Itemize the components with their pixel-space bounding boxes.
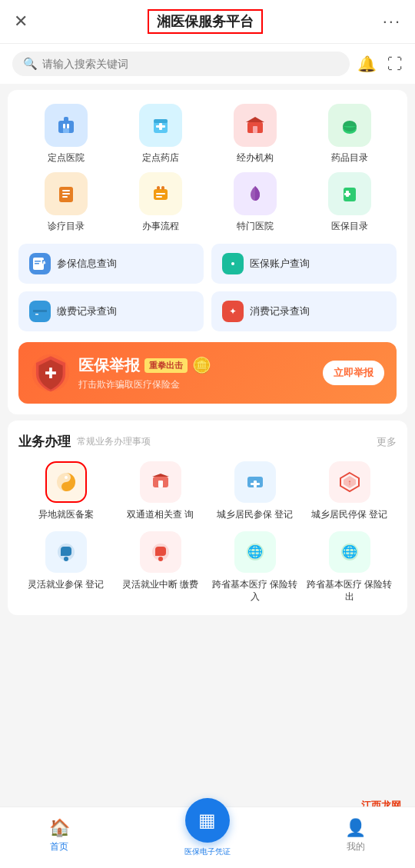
main-content-card: 定点医院 定点药店 经办机构 药品目录 诊疗目录 办事流程 — [8, 90, 407, 414]
business-label: 跨省基本医疗 保险转入 — [208, 578, 302, 603]
icon-grid-item[interactable]: 特门医院 — [208, 172, 302, 233]
svg-text:🌐: 🌐 — [342, 544, 357, 559]
svg-marker-46 — [152, 474, 169, 477]
svg-rect-11 — [253, 126, 257, 133]
business-icon — [45, 461, 87, 503]
business-label: 双通道相关查 询 — [127, 508, 194, 520]
svg-point-57 — [158, 557, 163, 561]
quick-btn-icon: ✦ — [222, 301, 244, 322]
svg-rect-28 — [35, 263, 39, 264]
icon-grid-item[interactable]: 医保目录 — [302, 172, 397, 233]
home-label: 首页 — [50, 840, 68, 853]
icon-circle — [45, 104, 88, 147]
icon-grid-item[interactable]: 定点医院 — [18, 104, 113, 165]
quick-access-btn[interactable]: 医保账户查询 — [211, 244, 397, 284]
qr-label: 医保电子凭证 — [184, 846, 231, 857]
svg-rect-3 — [67, 124, 69, 128]
business-item[interactable]: 双通道相关查 询 — [113, 461, 208, 520]
svg-text:✚: ✚ — [45, 365, 57, 381]
qr-button[interactable]: ▦ — [185, 798, 230, 843]
shield-icon: ✚ — [31, 353, 71, 393]
business-icon — [234, 461, 276, 503]
business-item[interactable]: 异地就医备案 — [18, 461, 113, 520]
profile-label: 我的 — [347, 840, 365, 853]
close-icon[interactable]: ✕ — [14, 12, 28, 32]
home-icon: 🏠 — [49, 818, 70, 838]
search-input[interactable] — [42, 58, 339, 70]
icon-circle — [139, 172, 182, 215]
business-label: 灵活就业参保 登记 — [28, 578, 104, 590]
section-header: 业务办理 常规业务办理事项 更多 — [18, 433, 397, 451]
expand-icon[interactable]: ⛶ — [387, 55, 403, 73]
banner-title-text: 医保举报 — [78, 355, 140, 376]
nav-profile[interactable]: 👤 我的 — [297, 818, 415, 853]
business-item[interactable]: 🌐 跨省基本医疗 保险转出 — [302, 531, 397, 603]
business-item[interactable]: 城乡居民参保 登记 — [208, 461, 302, 520]
icon-grid-item[interactable]: 定点药店 — [113, 104, 208, 165]
icon-label: 办事流程 — [142, 220, 179, 233]
business-label: 城乡居民参保 登记 — [217, 508, 293, 520]
icon-label: 医保目录 — [331, 220, 368, 233]
report-button[interactable]: 立即举报 — [323, 361, 384, 385]
svg-rect-47 — [158, 481, 163, 487]
business-item[interactable]: 灵活就业中断 缴费 — [113, 531, 208, 603]
business-label: 异地就医备案 — [38, 508, 94, 520]
svg-point-55 — [64, 557, 68, 561]
svg-marker-10 — [246, 117, 264, 122]
svg-rect-20 — [161, 186, 164, 190]
quick-btn-icon — [29, 253, 51, 274]
business-icon — [140, 461, 181, 503]
icon-circle — [45, 172, 88, 215]
nav-home[interactable]: 🏠 首页 — [0, 818, 118, 853]
svg-point-34 — [231, 262, 234, 265]
quick-btn-icon — [222, 253, 244, 274]
icon-grid-item[interactable]: 药品目录 — [302, 104, 397, 165]
banner-text: 医保举报 重拳出击 🪙 打击欺诈骗取医疗保险金 — [78, 355, 315, 391]
nav-qr[interactable]: ▦ 医保电子凭证 — [118, 813, 296, 857]
icon-label: 药品目录 — [331, 151, 368, 165]
icon-grid-item[interactable]: 经办机构 — [208, 104, 302, 165]
business-item[interactable]: 🌐 跨省基本医疗 保险转入 — [208, 531, 302, 603]
icon-circle — [139, 104, 182, 147]
promo-banner[interactable]: ✚ 医保举报 重拳出击 🪙 打击欺诈骗取医疗保险金 立即举报 — [18, 342, 397, 404]
icon-label: 经办机构 — [237, 151, 274, 165]
section-title: 业务办理 — [18, 433, 71, 451]
icon-grid-item[interactable]: 诊疗目录 — [18, 172, 113, 233]
svg-text:↑: ↑ — [347, 478, 351, 487]
bell-icon[interactable]: 🔔 — [357, 55, 377, 73]
svg-rect-37 — [35, 314, 38, 315]
icon-grid-item[interactable]: 办事流程 — [113, 172, 208, 233]
svg-rect-2 — [63, 124, 65, 128]
svg-rect-6 — [154, 119, 168, 123]
business-grid: 异地就医备案 双通道相关查 询 城乡居民参保 登记 ↑ 城乡居民停保 登记 灵活… — [18, 461, 397, 603]
search-icon: 🔍 — [23, 57, 38, 71]
business-item[interactable]: ↑ 城乡居民停保 登记 — [302, 461, 397, 520]
svg-rect-1 — [64, 117, 68, 123]
quick-btn-label: 参保信息查询 — [57, 257, 117, 271]
quick-access-btn[interactable]: 缴费记录查询 — [18, 291, 204, 331]
more-icon[interactable]: ··· — [383, 12, 401, 32]
svg-rect-15 — [62, 190, 70, 191]
banner-badge: 重拳出击 — [144, 358, 188, 373]
quick-btn-label: 消费记录查询 — [250, 304, 310, 318]
svg-rect-19 — [157, 186, 160, 190]
business-label: 城乡居民停保 登记 — [311, 508, 387, 520]
quick-access-btn[interactable]: ✦ 消费记录查询 — [211, 291, 397, 331]
svg-point-44 — [65, 485, 68, 488]
search-bar: 🔍 🔔 ⛶ — [0, 44, 415, 84]
business-icon: ↑ — [329, 461, 370, 503]
quick-access-btn[interactable]: 参保信息查询 — [18, 244, 204, 284]
icon-label: 诊疗目录 — [48, 220, 85, 233]
svg-rect-22 — [156, 196, 162, 198]
icon-circle — [328, 104, 371, 147]
more-link[interactable]: 更多 — [377, 435, 397, 449]
svg-text:✦: ✦ — [229, 306, 237, 317]
svg-rect-17 — [62, 196, 68, 198]
banner-title: 医保举报 重拳出击 🪙 — [78, 355, 315, 376]
quick-btn-label: 缴费记录查询 — [57, 304, 117, 318]
svg-rect-8 — [156, 125, 165, 128]
profile-icon: 👤 — [345, 818, 366, 838]
business-item[interactable]: 灵活就业参保 登记 — [18, 531, 113, 603]
business-icon: 🌐 — [234, 531, 276, 573]
svg-text:🌐: 🌐 — [247, 544, 263, 559]
